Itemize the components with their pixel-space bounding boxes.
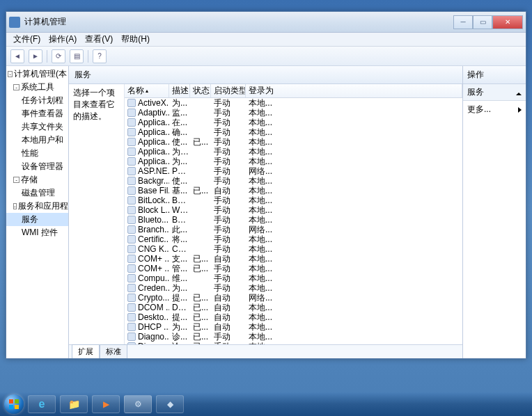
- tree-system-tools[interactable]: -系统工具: [6, 81, 68, 94]
- tree-item[interactable]: 设备管理器: [6, 160, 68, 173]
- column-headers: 名称▴ 描述 状态 启动类型 登录为: [125, 84, 462, 98]
- refresh-button[interactable]: ⟳: [52, 49, 65, 63]
- svc-name: COM+ ...: [125, 264, 169, 273]
- svc-name: Diagno...: [125, 342, 169, 344]
- svc-logon: 本地...: [246, 341, 462, 345]
- actions-header: 操作: [463, 66, 526, 84]
- tree-item[interactable]: WMI 控件: [6, 226, 68, 239]
- tree-storage[interactable]: -存储: [6, 173, 68, 186]
- export-button[interactable]: ▤: [70, 49, 84, 63]
- tree-root[interactable]: -计算机管理(本: [6, 67, 68, 81]
- tab-standard[interactable]: 标准: [100, 344, 127, 358]
- collapse-icon: [516, 90, 522, 95]
- svc-name: Applica...: [125, 127, 169, 137]
- svc-name: Base Fil...: [125, 186, 169, 195]
- menu-help[interactable]: 帮助(H): [118, 32, 152, 47]
- taskbar-app[interactable]: ◆: [156, 395, 184, 413]
- svg-rect-1: [15, 399, 19, 403]
- svc-desc: 诊...: [169, 341, 190, 345]
- svc-startup: 手动: [211, 341, 246, 345]
- tree-item[interactable]: 任务计划程: [6, 94, 68, 107]
- svc-name: Adaptiv...: [125, 108, 169, 118]
- svc-name: Applica...: [125, 147, 169, 157]
- collapse-icon[interactable]: -: [13, 203, 17, 209]
- window-controls: ─ ▭ ✕: [453, 15, 523, 29]
- svg-rect-3: [15, 405, 19, 409]
- menu-action[interactable]: 操作(A): [46, 32, 79, 47]
- view-tabs: 扩展 标准: [69, 344, 462, 358]
- col-name[interactable]: 名称▴: [125, 84, 169, 97]
- tab-extended[interactable]: 扩展: [72, 344, 100, 358]
- tree-item[interactable]: 服务: [6, 213, 68, 226]
- titlebar[interactable]: 计算机管理 ─ ▭ ✕: [6, 12, 526, 33]
- taskbar-ie[interactable]: e: [28, 395, 56, 413]
- tree-item[interactable]: 共享文件夹: [6, 120, 68, 134]
- collapse-icon[interactable]: -: [8, 71, 13, 77]
- svc-name: DHCP ...: [125, 322, 169, 332]
- collapse-icon[interactable]: -: [13, 177, 19, 183]
- svc-desc: Wi...: [169, 205, 190, 215]
- window-title: 计算机管理: [24, 16, 453, 28]
- taskbar[interactable]: e 📁 ▶ ⚙ ◆: [0, 392, 532, 416]
- svc-name: Creden...: [125, 283, 169, 293]
- col-desc[interactable]: 描述: [169, 84, 190, 97]
- tree-item[interactable]: 磁盘管理: [6, 186, 68, 200]
- folder-icon: 📁: [68, 399, 80, 410]
- svc-name: CNG K...: [125, 244, 169, 254]
- menubar: 文件(F) 操作(A) 查看(V) 帮助(H): [6, 33, 526, 47]
- services-rows[interactable]: ActiveX...为...手动本地...Adaptiv...监...手动本地.…: [125, 98, 462, 344]
- menu-view[interactable]: 查看(V): [82, 32, 116, 47]
- svc-name: Certific...: [125, 234, 169, 244]
- col-status[interactable]: 状态: [190, 84, 211, 97]
- svc-status: 已...: [190, 341, 211, 345]
- svg-rect-2: [9, 405, 13, 409]
- service-row[interactable]: Diagno...诊...已...手动本地...: [125, 342, 462, 344]
- svc-name: Crypto...: [125, 293, 169, 303]
- svc-name: Backgr...: [125, 176, 169, 186]
- toolbar: ◄ ► ⟳ ▤ ?: [6, 47, 526, 66]
- svc-desc: 提...: [169, 292, 190, 304]
- svc-name: Deskto...: [125, 312, 169, 322]
- nav-tree: -计算机管理(本 -系统工具 任务计划程事件查看器共享文件夹本地用户和性能设备管…: [6, 66, 68, 241]
- tree-item[interactable]: 性能: [6, 147, 68, 160]
- svc-status: 已...: [190, 136, 211, 148]
- tree-item[interactable]: 本地用户和: [6, 134, 68, 147]
- svc-name: BitLock...: [125, 195, 169, 205]
- collapse-icon[interactable]: -: [13, 84, 19, 90]
- svg-rect-0: [9, 399, 13, 403]
- actions-group[interactable]: 服务: [463, 84, 526, 101]
- windows-logo-icon: [8, 399, 19, 410]
- back-button[interactable]: ◄: [10, 49, 24, 63]
- svc-status: 已...: [190, 185, 211, 197]
- chevron-right-icon: [518, 107, 522, 113]
- tree-item[interactable]: 事件查看器: [6, 107, 68, 120]
- svc-status: 已...: [190, 263, 211, 275]
- svc-name: Applica...: [125, 137, 169, 147]
- svc-name: Branch...: [125, 225, 169, 234]
- minimize-button[interactable]: ─: [453, 15, 473, 29]
- svc-desc: 基...: [169, 185, 190, 197]
- taskbar-explorer[interactable]: 📁: [60, 395, 88, 413]
- close-button[interactable]: ✕: [492, 15, 523, 29]
- menu-file[interactable]: 文件(F): [10, 32, 43, 47]
- separator: [88, 50, 88, 63]
- tree-services-apps[interactable]: -服务和应用程: [6, 200, 68, 213]
- services-list: 名称▴ 描述 状态 启动类型 登录为 ActiveX...为...手动本地...…: [125, 84, 462, 344]
- forward-button[interactable]: ►: [29, 49, 42, 63]
- svc-name: Block L...: [125, 205, 169, 215]
- svc-desc: BD...: [169, 195, 190, 205]
- maximize-button[interactable]: ▭: [473, 15, 492, 29]
- col-startup[interactable]: 启动类型: [211, 84, 246, 97]
- help-button[interactable]: ?: [93, 49, 107, 63]
- svc-name: Blueto...: [125, 215, 169, 225]
- taskbar-mmc[interactable]: ⚙: [124, 395, 152, 413]
- start-button[interactable]: [4, 394, 24, 414]
- action-more[interactable]: 更多...: [463, 101, 526, 118]
- description-panel: 选择一个项目来查看它的描述。: [69, 84, 125, 344]
- app-icon: [9, 17, 20, 28]
- svc-name: Applica...: [125, 157, 169, 166]
- col-logon[interactable]: 登录为: [246, 84, 462, 97]
- svc-name: Diagno...: [125, 332, 169, 342]
- app-icon: ◆: [167, 399, 173, 409]
- taskbar-media[interactable]: ▶: [92, 395, 120, 413]
